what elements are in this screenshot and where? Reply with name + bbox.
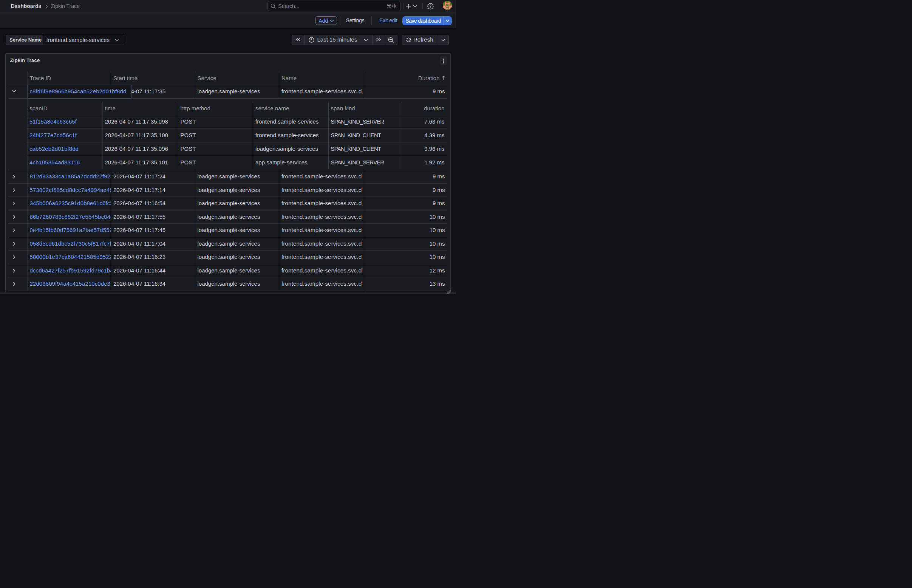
svg-text:?: ? bbox=[429, 4, 432, 8]
